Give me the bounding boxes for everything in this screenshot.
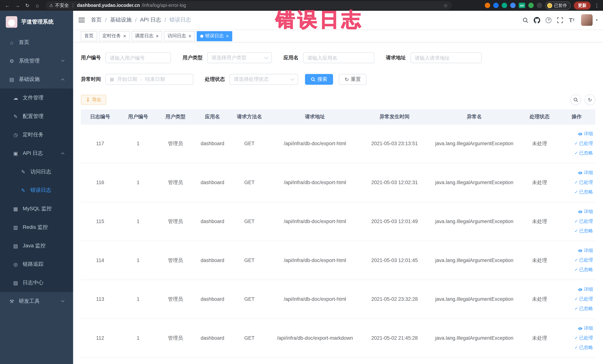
app-logo[interactable]: 芋道管理系统 [0,11,73,33]
extension-leaf[interactable] [528,3,534,8]
sidebar-item-access-log[interactable]: ✎访问日志 [0,163,73,181]
back-icon[interactable]: ← [3,3,12,8]
tab-close-icon[interactable]: × [123,34,126,39]
extension-grid[interactable] [510,3,515,8]
tab-close-icon[interactable]: × [226,34,229,39]
cell-actions: 详细✓已处理✓已忽略 [558,202,595,241]
user-type-select[interactable]: 请选择用户类型 [207,52,272,63]
mark-processed-link[interactable]: ✓已处理 [560,216,593,226]
tab-active[interactable]: 错误日志× [197,31,232,41]
sidebar-item-dev-tools[interactable]: ⚒研发工具 [0,292,73,311]
breadcrumb-item[interactable]: 基础设施 [110,16,132,23]
chrome-update-button[interactable]: 更新 [574,1,591,10]
tab-close-icon[interactable]: × [188,34,191,39]
sidebar-item-label: 错误日志 [30,187,51,194]
tab-item[interactable]: 首页 [81,31,97,41]
chrome-home-icon[interactable]: ⌂ [33,3,42,8]
mark-processed-link[interactable]: ✓已处理 [560,178,593,187]
cell-status: 未处理 [521,241,558,280]
sidebar-item-file-manage[interactable]: ☁文件管理 [0,89,73,107]
sidebar-item-mysql-monitor[interactable]: ▦MySQL 监控 [0,200,73,218]
mark-ignored-link[interactable]: ✓已忽略 [560,148,593,158]
user-avatar[interactable] [581,14,593,26]
column-header: 日志编号 [81,109,119,124]
address-bar[interactable]: ⚠ 不安全 dashboard.yudao.iocoder.cn /infra/… [46,1,452,10]
search-button[interactable]: 搜索 [305,74,333,85]
detail-link[interactable]: 详细 [560,207,593,217]
refresh-table-button[interactable]: ↻ [584,94,595,105]
cell-url: /api/infra/db-doc/export-html [268,280,362,318]
sidebar-item-log-center[interactable]: ▨日志中心 [0,273,73,292]
sidebar-item-system[interactable]: ⚙系统管理 [0,52,73,70]
edit-icon: ✎ [12,114,19,119]
sidebar-item-scheduled-job[interactable]: ◷定时任务 [0,126,73,144]
extension-paw[interactable] [537,3,542,8]
sidebar-item-home[interactable]: ⌂首页 [0,33,73,52]
sidebar-item-java-monitor[interactable]: ▧Java 监控 [0,236,73,255]
chrome-toolbar-right: on ☺ 已暂停 更新 ⋮ [485,1,600,10]
tab-close-icon[interactable]: × [156,34,159,39]
breadcrumb-separator: / [135,17,137,23]
reload-icon[interactable]: ↻ [23,3,32,8]
user-id-input[interactable] [105,52,171,63]
cell-app-name: dashboard [194,241,231,280]
fullscreen-icon[interactable] [555,15,565,25]
help-icon[interactable]: ? [544,15,554,25]
reset-button[interactable]: ↻ 重置 [339,74,366,85]
tab-item[interactable]: 调度日志× [132,31,162,41]
toggle-search-button[interactable] [570,94,581,105]
bookmark-star-icon[interactable]: ☆ [443,3,448,8]
process-status-select[interactable]: 请选择处理状态 [230,74,298,85]
sidebar-item-config-manage[interactable]: ✎配置管理 [0,107,73,126]
extension-teal[interactable] [502,3,507,8]
breadcrumb-item[interactable]: API 日志 [140,16,161,23]
hamburger-icon[interactable] [79,17,85,23]
main-area: 首页/基础设施/API 日志/错误日志 ? TT ▾ [73,11,603,364]
detail-link[interactable]: 详细 [560,129,593,139]
sidebar-item-infra[interactable]: ▤基础设施 [0,70,73,89]
mark-ignored-link[interactable]: ✓已忽略 [560,187,593,197]
sidebar-item-link-trace[interactable]: ◎链路追踪 [0,255,73,273]
sidebar-item-api-log[interactable]: ▣API 日志 [0,144,73,163]
mark-ignored-link[interactable]: ✓已忽略 [560,265,593,275]
sidebar-item-error-log[interactable]: ✎错误日志 [0,181,73,200]
exception-time-label: 异常时间 [81,76,101,83]
chevron-down-icon [264,55,268,59]
detail-link[interactable]: 详细 [560,285,593,294]
request-url-input[interactable] [410,52,482,63]
tab-item[interactable]: 访问日志× [164,31,195,41]
paused-badge[interactable]: ☺ 已暂停 [545,1,570,10]
extension-on-badge[interactable]: on [519,3,525,8]
sidebar-item-redis-monitor[interactable]: ▥Redis 监控 [0,218,73,237]
mark-ignored-link[interactable]: ✓已忽略 [560,226,593,236]
mark-ignored-link[interactable]: ✓已忽略 [560,304,593,314]
check-icon: ✓ [574,219,578,224]
smiley-icon: ☺ [547,3,552,8]
column-header: 用户编号 [119,109,157,124]
date-range-picker[interactable]: ▦ 开始日期 - 结束日期 [105,74,193,85]
detail-link[interactable]: 详细 [560,324,593,333]
check-icon: ✓ [574,189,578,195]
tab-label: 调度日志 [135,33,153,39]
mark-ignored-link[interactable]: ✓已忽略 [560,343,593,352]
export-button[interactable]: ↧ 导出 [81,95,106,105]
detail-link[interactable]: 详细 [560,168,593,178]
eye-icon [578,170,583,175]
github-icon[interactable] [532,15,542,25]
breadcrumb-item[interactable]: 首页 [91,16,102,23]
tab-item[interactable]: 定时任务× [99,31,129,41]
mark-processed-link[interactable]: ✓已处理 [560,333,593,343]
forward-icon[interactable]: → [13,3,22,8]
app-name-input[interactable] [303,52,374,63]
avatar-caret-icon[interactable]: ▾ [596,18,598,22]
font-size-icon[interactable]: TT [567,15,577,25]
mark-processed-link[interactable]: ✓已处理 [560,294,593,304]
mark-processed-link[interactable]: ✓已处理 [560,139,593,148]
chrome-menu-icon[interactable]: ⋮ [594,3,600,8]
extension-orange[interactable] [485,3,490,8]
detail-link[interactable]: 详细 [560,246,593,255]
extension-drop[interactable] [493,3,499,8]
security-label[interactable]: 不安全 [55,2,69,9]
mark-processed-link[interactable]: ✓已处理 [560,255,593,265]
search-icon[interactable] [520,15,531,25]
